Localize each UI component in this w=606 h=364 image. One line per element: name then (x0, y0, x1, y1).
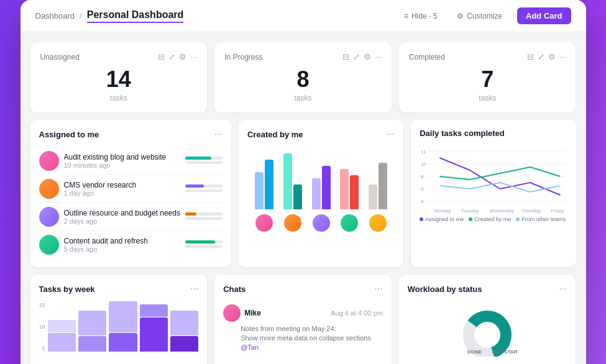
daily-tasks-card: Daily tasks completed 11 10 8 6 (411, 120, 576, 267)
stat-card-inprogress: In Progress ⊟ ⤢ ⚙ ··· 8 tasks (214, 42, 392, 112)
legend-other: From other teams (516, 216, 566, 222)
svg-text:10: 10 (421, 162, 426, 167)
chat-item: Mike Aug 4 at 4:00 pm Notes from meeting… (223, 302, 383, 353)
created-by-me-title: Created by me (247, 130, 303, 139)
avatars-row (247, 214, 395, 232)
task-item[interactable]: Outline resource and budget needs 2 days… (39, 203, 223, 231)
week-chart-container: 15105 (39, 302, 199, 352)
header: Dashboard / Personal Dashboard ≡ Hide · … (21, 0, 586, 32)
stat-card-completed: Completed ⊟ ⤢ ⚙ ··· 7 tasks (399, 42, 576, 112)
bar (293, 184, 302, 209)
settings-icon-completed[interactable]: ⚙ (548, 52, 556, 61)
svg-text:Wednesday: Wednesday (489, 208, 514, 214)
stat-number-completed: 7 (409, 66, 566, 93)
bar (265, 160, 273, 209)
daily-tasks-title: Daily tasks completed (420, 129, 505, 138)
bar (312, 178, 321, 209)
workload-menu[interactable]: ··· (559, 283, 567, 294)
daily-tasks-chart: 11 10 8 6 4 Monday Tuesday (420, 145, 567, 214)
task-time-1: 1 day ago (64, 189, 180, 197)
chats-menu[interactable]: ··· (374, 283, 382, 294)
stat-label-unassigned: Unassigned (40, 53, 80, 61)
expand-icon-unassigned[interactable]: ⤢ (168, 52, 175, 61)
header-right: ≡ Hide · 5 ⚙ Customize Add Card (399, 7, 571, 24)
assigned-to-me-card: Assigned to me ··· Audit existing blog a… (30, 120, 231, 267)
workload-chart: DONE NOT STARTED (408, 302, 567, 362)
filter-icon-unassigned[interactable]: ⊟ (158, 52, 165, 61)
stat-tasks-completed: tasks (409, 94, 566, 102)
task-name-0: Audit existing blog and website (64, 153, 180, 162)
task-list: Audit existing blog and website 10 minut… (39, 147, 223, 258)
tasks-by-week-menu[interactable]: ··· (190, 283, 198, 294)
stat-row: Unassigned ⊟ ⤢ ⚙ ··· 14 tasks In Progres… (30, 42, 576, 112)
svg-text:6: 6 (421, 186, 423, 192)
hide-button[interactable]: ≡ Hide · 5 (399, 9, 442, 23)
svg-text:Thursday: Thursday (521, 208, 541, 214)
avatar-2 (39, 207, 59, 227)
filter-icon-inprogress[interactable]: ⊟ (342, 52, 349, 61)
workload-card: Workload by status ··· DONE NOT STARTED (399, 275, 576, 364)
avatar-1 (39, 179, 59, 199)
chats-card: Chats ··· Mike Aug 4 at 4:00 pm Notes fr… (214, 275, 392, 364)
task-time-0: 10 minutes ago (64, 162, 180, 169)
legend-created: Created by me (469, 216, 511, 222)
task-item[interactable]: Audit existing blog and website 10 minut… (39, 147, 223, 175)
stat-number-inprogress: 8 (224, 66, 382, 93)
created-by-me-card: Created by me ··· (239, 120, 403, 267)
settings-icon-unassigned[interactable]: ⚙ (179, 52, 186, 61)
chat-message-1: Notes from meeting on May 24: (241, 324, 383, 334)
chat-message-2: Show more meta data on collapse sections (241, 334, 383, 343)
created-avatar-3 (341, 214, 358, 232)
stat-number-unassigned: 14 (40, 66, 198, 93)
week-chart (48, 302, 199, 352)
tasks-by-week-title: Tasks by week (39, 284, 95, 294)
chat-avatar (223, 304, 241, 322)
stat-label-completed: Completed (409, 53, 445, 61)
created-by-me-menu[interactable]: ··· (387, 129, 395, 140)
filter-icon: ≡ (404, 12, 408, 20)
page-title: Personal Dashboard (87, 9, 184, 23)
expand-icon-inprogress[interactable]: ⤢ (353, 52, 360, 61)
settings-icon-inprogress[interactable]: ⚙ (364, 52, 371, 61)
customize-button[interactable]: ⚙ Customize (452, 9, 507, 23)
task-time-3: 5 days ago (64, 245, 180, 253)
svg-text:4: 4 (421, 199, 423, 204)
stat-tasks-inprogress: tasks (224, 94, 382, 102)
expand-icon-completed[interactable]: ⤢ (538, 52, 544, 61)
chat-mention[interactable]: @Tan (241, 344, 383, 351)
svg-text:Friday: Friday (551, 208, 564, 214)
svg-text:DONE: DONE (467, 349, 482, 355)
more-icon-unassigned[interactable]: ··· (190, 52, 197, 61)
bar (340, 169, 349, 209)
bar (379, 163, 387, 209)
svg-text:NOT STARTED: NOT STARTED (492, 349, 518, 355)
breadcrumb-home[interactable]: Dashboard (35, 11, 75, 20)
app-container: Dashboard / Personal Dashboard ≡ Hide · … (21, 0, 586, 364)
task-item[interactable]: Content audit and refresh 5 days ago (39, 231, 223, 258)
assigned-to-me-menu[interactable]: ··· (214, 129, 223, 140)
task-item[interactable]: CMS vendor research 1 day ago (39, 175, 223, 203)
bar (322, 166, 331, 209)
more-icon-inprogress[interactable]: ··· (375, 52, 382, 61)
chart-legend: Assigned to me Created by me From other … (420, 216, 567, 222)
svg-text:Monday: Monday (434, 208, 451, 214)
breadcrumb-separator: / (80, 11, 82, 20)
tasks-by-week-card: Tasks by week ··· 15105 (30, 275, 208, 364)
main-content: Unassigned ⊟ ⤢ ⚙ ··· 14 tasks In Progres… (21, 32, 586, 364)
filter-icon-completed[interactable]: ⊟ (527, 52, 534, 61)
task-name-1: CMS vendor research (64, 181, 180, 189)
task-name-3: Content audit and refresh (64, 237, 180, 245)
created-avatar-0 (255, 214, 273, 232)
bar (350, 175, 359, 209)
week-y-labels: 15105 (39, 302, 45, 352)
created-avatar-2 (313, 214, 330, 232)
add-card-button[interactable]: Add Card (517, 7, 571, 24)
legend-assigned: Assigned to me (420, 216, 464, 222)
middle-row: Assigned to me ··· Audit existing blog a… (30, 120, 576, 267)
created-avatar-4 (369, 214, 387, 232)
more-icon-completed[interactable]: ··· (559, 52, 566, 61)
stat-label-inprogress: In Progress (224, 53, 262, 61)
created-avatar-1 (284, 214, 301, 232)
stat-tasks-unassigned: tasks (40, 94, 198, 102)
task-time-2: 2 days ago (64, 217, 180, 225)
